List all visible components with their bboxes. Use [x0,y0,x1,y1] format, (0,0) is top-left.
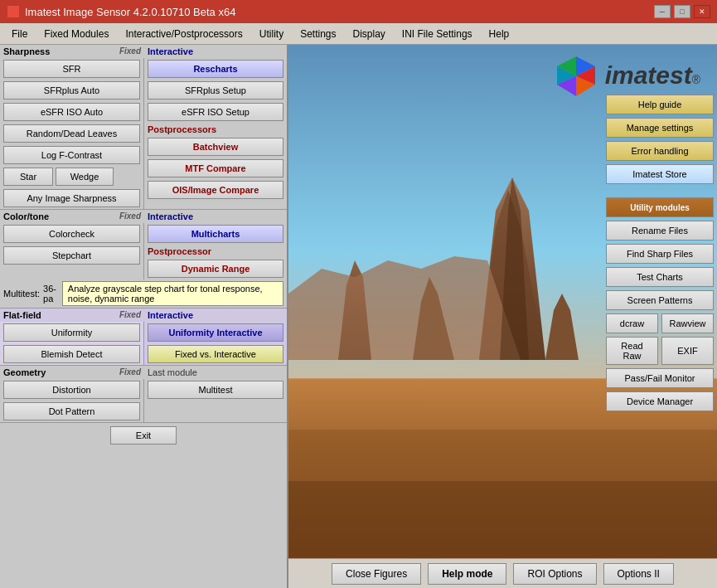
color-tone-label: Color/tone [3,211,49,221]
sharpness-label: Sharpness [3,46,50,56]
multicharts-button[interactable]: Multicharts [148,225,283,243]
blemish-detect-button[interactable]: Blemish Detect [3,345,140,363]
wedge-button[interactable]: Wedge [56,168,114,186]
title-bar: Imatest Image Sensor 4.2.0.10710 Beta x6… [0,0,717,23]
options-ii-button[interactable]: Options II [603,563,674,585]
multitest-value: 36-pa [43,284,61,304]
geometry-section: Geometry Fixed Last module Distortion Do… [0,366,287,423]
esfr-iso-setup-button[interactable]: eSFR ISO Setup [148,103,283,121]
color-tone-fixed-label: Fixed [119,211,141,221]
pass-fail-monitor-button[interactable]: Pass/Fail Monitor [606,368,714,388]
random-dead-leaves-button[interactable]: Random/Dead Leaves [3,124,140,143]
help-guide-button[interactable]: Help guide [606,95,714,114]
menu-fixed-modules[interactable]: Fixed Modules [36,26,117,42]
multitest-tooltip: Analyze grayscale step chart for tonal r… [62,281,283,306]
help-mode-button[interactable]: Help mode [428,563,506,585]
minimize-button[interactable]: ─ [654,5,671,18]
postprocessor-label: Postprocessor [148,246,211,256]
svg-marker-5 [288,256,521,360]
exit-button[interactable]: Exit [110,426,177,445]
any-image-sharpness-button[interactable]: Any Image Sharpness [3,189,140,207]
maximize-button[interactable]: □ [674,5,690,18]
logo-text: imatest [605,61,692,90]
uniformity-interactive-button[interactable]: Uniformity Interactive [148,323,283,342]
logo-trademark: ® [692,73,700,86]
rawview-button[interactable]: Rawview [661,313,714,333]
menu-settings[interactable]: Settings [292,26,344,42]
esfr-iso-auto-button[interactable]: eSFR ISO Auto [3,103,140,121]
flat-field-interactive-label: Interactive [148,310,283,320]
mtf-compare-button[interactable]: MTF Compare [148,159,283,177]
rename-files-button[interactable]: Rename Files [606,221,714,241]
batchview-button[interactable]: Batchview [148,138,283,156]
multitest-prefix: Multitest: [3,289,40,299]
close-button[interactable]: ✕ [694,5,710,18]
imatest-store-button[interactable]: Imatest Store [606,164,714,184]
sfrplus-setup-button[interactable]: SFRplus Setup [148,81,283,100]
distortion-button[interactable]: Distortion [3,381,140,399]
rescharts-button[interactable]: Rescharts [148,60,283,78]
menu-help[interactable]: Help [481,26,518,42]
log-f-contrast-button[interactable]: Log F-Contrast [3,146,140,164]
title-text: Imatest Image Sensor 4.2.0.10710 Beta x6… [25,6,235,18]
logo-area: imatest ® [554,53,700,98]
read-raw-button[interactable]: Read Raw [606,337,658,365]
geometry-label: Geometry [3,367,46,377]
menu-utility[interactable]: Utility [251,26,292,42]
colorcheck-button[interactable]: Colorcheck [3,225,140,243]
color-tone-interactive-label: Interactive [148,211,283,221]
flat-field-label: Flat-field [3,310,41,320]
uniformity-button[interactable]: Uniformity [3,323,140,342]
menu-display[interactable]: Display [345,26,394,42]
device-manager-button[interactable]: Device Manager [606,391,714,411]
sfrplus-auto-button[interactable]: SFRplus Auto [3,81,140,100]
app-icon [7,5,20,18]
menu-bar: File Fixed Modules Interactive/Postproce… [0,23,717,45]
utility-buttons-panel: Help guide Manage settings Error handlin… [606,95,714,411]
multitest-row: Multitest: 36-pa Analyze grayscale step … [0,279,287,308]
geometry-fixed-label: Fixed [119,367,141,377]
roi-options-button[interactable]: ROI Options [513,563,596,585]
menu-interactive-postprocessors[interactable]: Interactive/Postprocessors [117,26,250,42]
fixed-vs-interactive-button[interactable]: Fixed vs. Interactive [148,345,283,363]
dcraw-button[interactable]: dcraw [606,313,658,333]
imatest-logo-icon [554,53,598,98]
postprocessors-label: Postprocessors [148,124,216,134]
sharpness-interactive-label: Interactive [148,46,283,56]
close-figures-button[interactable]: Close Figures [332,563,421,585]
last-module-label: Last module [148,367,283,377]
dot-pattern-button[interactable]: Dot Pattern [3,402,140,420]
exif-button[interactable]: EXIF [661,337,714,365]
multitest-last-module-button[interactable]: Multitest [148,381,283,399]
test-charts-button[interactable]: Test Charts [606,267,714,287]
sfr-button[interactable]: SFR [3,60,140,78]
flat-field-fixed-label: Fixed [119,310,141,320]
menu-file[interactable]: File [3,26,36,42]
read-raw-exif-row: Read Raw EXIF [606,337,714,365]
manage-settings-button[interactable]: Manage settings [606,118,714,138]
error-handling-button[interactable]: Error handling [606,141,714,161]
ois-image-compare-button[interactable]: OIS/Image Compare [148,181,283,199]
sharpness-fixed-label: Fixed [119,46,141,56]
dcraw-rawview-row: dcraw Rawview [606,313,714,333]
utility-modules-title: Utility modules [606,197,714,217]
svg-rect-10 [288,481,717,558]
stepchart-button[interactable]: Stepchart [3,246,140,265]
flat-field-section: Flat-field Fixed Interactive Uniformity … [0,309,287,366]
star-button[interactable]: Star [3,168,53,186]
color-tone-section: Color/tone Fixed Interactive Colorcheck … [0,210,287,309]
menu-ini-file-settings[interactable]: INI File Settings [394,26,481,42]
screen-patterns-button[interactable]: Screen Patterns [606,290,714,310]
bottom-bar: Close Figures Help mode ROI Options Opti… [288,558,717,588]
find-sharp-files-button[interactable]: Find Sharp Files [606,244,714,264]
dynamic-range-button[interactable]: Dynamic Range [148,260,283,278]
sharpness-section: Sharpness Fixed Interactive SFR SFRplus … [0,45,287,210]
